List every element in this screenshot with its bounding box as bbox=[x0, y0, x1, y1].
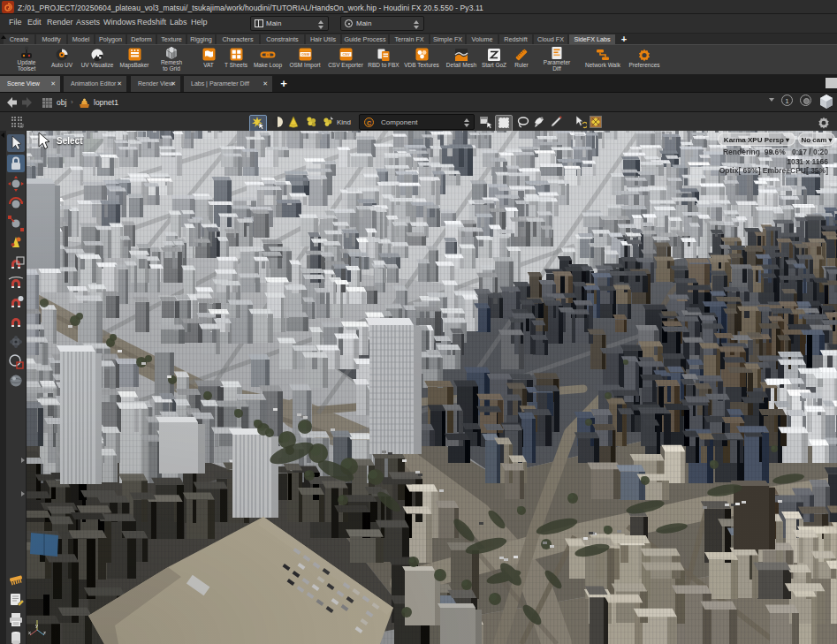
svg-text:CSV: CSV bbox=[342, 52, 350, 57]
svg-text:OSM: OSM bbox=[301, 52, 309, 57]
svg-text:z: z bbox=[43, 630, 46, 635]
svg-text:y: y bbox=[35, 623, 38, 628]
svg-text:x: x bbox=[28, 630, 31, 635]
